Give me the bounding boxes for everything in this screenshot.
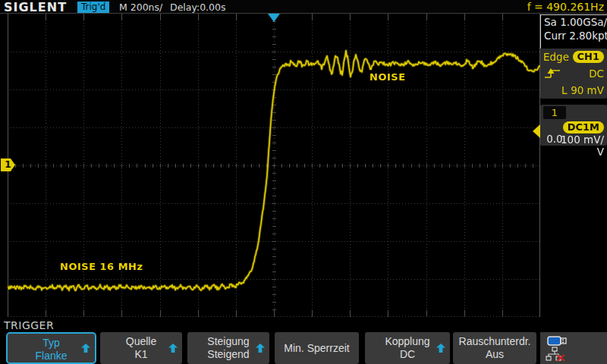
frequency-counter: f = 490.261Hz [527,1,604,13]
trigger-status-badge: Trig'd [77,2,109,13]
noise-annotation-high: NOISE [370,71,406,83]
channel1-info-panel[interactable]: 1 DC1M 100 mV/ 0.0 V [540,105,607,146]
trigger-level-marker[interactable] [533,124,540,138]
menu-section-label: TRIGGER [4,319,54,331]
delay-readout[interactable]: Delay:0.00s [170,2,226,13]
acquisition-info-box: Sa 1.00GSa/s Curr 2.80kpts [540,14,607,49]
softkey-kopplung[interactable]: KopplungDC [365,332,450,364]
trigger-level-label: L [561,82,568,99]
channel-offset: 0.0 V [546,133,604,158]
channel-number-box: 1 [543,106,566,119]
softkey-rauschunterdr-[interactable]: Rauschunterdr.Aus [453,332,536,364]
trigger-position-marker[interactable] [268,14,280,22]
noise-annotation-low: NOISE 16 MHz [60,261,143,272]
top-status-bar: SIGLENT Trig'd M 200ns/ Delay:0.00s f = … [0,0,607,13]
trigger-source-badge: CH1 [573,51,604,63]
timebase-readout[interactable]: M 200ns/ [119,2,162,13]
trigger-info-panel[interactable]: Edge CH1 DC L 90 mV [540,49,607,99]
sample-rate: Sa 1.00GSa/s [541,15,607,29]
oscilloscope-screen: SIGLENT Trig'd M 200ns/ Delay:0.00s f = … [0,0,607,364]
trigger-coupling: DC [589,65,604,82]
softkey-min-sperrzeit[interactable]: Min. Sperrzeit [275,332,359,364]
usb-icon [547,336,568,347]
softkey-steigung[interactable]: SteigungSteigend [187,332,269,364]
trigger-type-label: Edge [543,49,569,65]
memory-depth: Curr 2.80kpts [541,29,607,42]
softkey-quelle[interactable]: QuelleK1 [100,332,182,364]
trigger-level-value: 90 mV [571,82,604,99]
lan-disconnected-icon [546,347,567,362]
status-icon-area [540,332,607,364]
softkey-typ[interactable]: TypFlanke [6,332,96,364]
softkey-menu: TypFlankeQuelleK1SteigungSteigendMin. Sp… [0,332,607,364]
